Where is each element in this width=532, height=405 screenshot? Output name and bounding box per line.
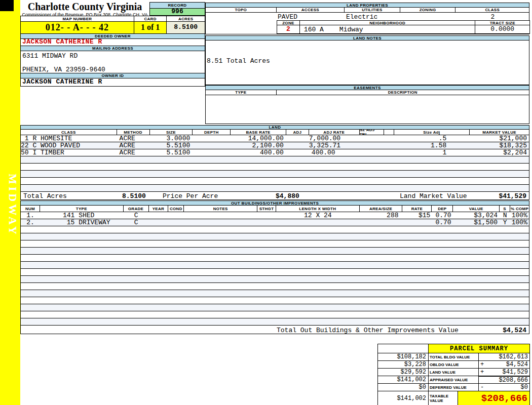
ob-total-label: Total Out Buildings & Other Improvements… [277,327,459,334]
map-card-acres: MAP NUMBER CARD ACRES 012- - A- - - 42 1… [20,16,205,34]
tract-size-label: TRACT SIZE [475,21,529,25]
col-topo: TOPO [206,8,277,12]
ob-col-grade: GRADE [124,206,149,212]
mailing-address-box: 6311 MIDWAY RD PHENIX, VA 23959-9640 [20,51,205,73]
address-line1: 6311 MIDWAY RD [22,52,78,60]
col-class: CLASS [455,8,529,12]
ob-col-area-size: AREA/SIZE [360,206,403,212]
out-buildings-title: OUT BUILDINGS/OTHER IMPROVEMENTS [20,200,529,206]
acres-label: ACRES [167,16,205,21]
utilities-value: Electric [346,13,377,21]
land-empty-rows [20,156,529,192]
neighborhood-label: NEIGHBORHOOD [300,21,476,25]
land-col-depth: DEPTH [193,130,231,135]
land-col-adj-rate: ADJ RATE [309,130,360,135]
ob-col-num: NUM [21,206,40,212]
land-col-base-rate: BASE RATE [231,130,286,135]
total-acres-value: 8.5100 [122,192,146,200]
easements-title: EASEMENTS [205,85,529,90]
taxable-label: TAXABLE VALUE [429,391,458,405]
zone-label: ZONE [277,21,300,25]
total-acres-label: Total Acres [23,192,67,200]
out-buildings-empty-rows [20,226,529,326]
zone-subtable: ZONE NEIGHBORHOOD TRACT SIZE 2 160 A Mid… [277,20,530,34]
taxable-left-value: $141,002 [378,391,429,405]
ob-col-type: TYPE [40,206,124,212]
land-properties-title: LAND PROPERTIES [205,3,529,8]
owner-id-value: JACKSON CATHERINE R [20,78,205,87]
land-row: 50 I TIMBER ACRE 5.5100 400.00 400.00 1 … [20,149,529,156]
col-utilities: UTILITIES [345,8,400,12]
out-buildings-total-row: Total Out Buildings & Other Improvements… [20,326,529,334]
land-title: LAND [20,125,529,130]
op-sign: + [480,369,484,376]
summary-row: $0 DEFERRED VALUE - $0 [378,384,530,391]
price-per-acre-value: $4,880 [276,192,299,200]
easement-col-description: DESCRIPTION [277,90,529,95]
summary-row: $3,228 OBLDG VALUE + $4,524 [378,361,530,369]
card-value: 1 of 1 [134,22,167,33]
land-col-sz-adj-tbl: SZ ADJ TBL [360,130,384,135]
land-col-size: SIZE [150,130,193,135]
map-number-value: 012- - A- - - 42 [21,22,134,33]
mailing-address-label: MAILING ADDRESS [20,46,205,51]
land-row: 22 C WOOD PAVED ACRE 5.5100 2,100.00 3,3… [20,142,529,149]
easements: EASEMENTS TYPE DESCRIPTION [205,85,529,124]
zone-value: 2 [277,25,300,33]
ob-col-year: YEAR [149,206,169,212]
ob-col-notes: NOTES [184,206,257,212]
taxable-value: $208,666 [458,391,530,405]
ob-col-value: VALUE [453,206,500,212]
land-col-blank [384,130,394,135]
class-value: 2 [456,13,529,21]
easement-col-type: TYPE [206,90,277,95]
col-access: ACCESS [277,8,345,12]
out-buildings-section: OUT BUILDINGS/OTHER IMPROVEMENTS NUM TYP… [20,200,529,334]
parcel-summary-title: PARCEL SUMMARY [429,344,530,353]
summary-taxable-row: $141,002 TAXABLE VALUE $208,666 [378,391,530,405]
col-zoning: ZONING [400,8,456,12]
land-market-value: $41,529 [499,192,526,200]
out-building-row: 2. 15 DRIVEWAY C 0.70 $1,500 Y 100% [20,219,529,226]
zone-code-value: 160 A [304,26,324,33]
parcel-summary: PARCEL SUMMARY $108,182 TOTAL BLDG VALUE… [377,344,530,405]
land-section: LAND CLASS METHOD SIZE DEPTH BASE RATE A… [20,125,529,200]
tract-size-value: 0.0000 [475,25,529,33]
land-col-adj: ADJ [286,130,309,135]
summary-empty-cell [378,344,429,353]
property-record-card: { "colors":{"accent_yellow":"#ffff00","h… [0,0,532,405]
ob-col-cond: COND [168,206,184,212]
summary-row: $108,182 TOTAL BLDG VALUE $162,613 [378,353,530,361]
owner-block: DEEDED OWNER JACKSON CATHERINE R MAILING… [20,34,205,87]
summary-row: $141,002 APPRAISED VALUE $208,666 [378,376,530,384]
easements-empty [205,95,529,124]
county-title: Charlotte County Virginia [20,1,149,13]
card-label: CARD [134,16,167,21]
corner-notch [0,0,14,11]
ob-col-rate: RATE [402,206,432,212]
summary-row: $29,592 LAND VALUE + $41,529 [378,369,530,376]
access-value: PAVED [278,13,297,21]
ob-col-sthgt: STHGT [257,206,276,212]
out-building-row: 1. 141 SHED C 12 X 24 288 $15 0.70 $3,02… [20,212,529,219]
land-col-class: CLASS [21,130,117,135]
land-notes: LAND NOTES 8.51 Total Acres [205,35,529,85]
land-market-value-label: Land Market Value [400,192,467,200]
land-totals-row: Total Acres 8.5100 Price Per Acre $4,880… [20,192,529,200]
address-line2: PHENIX, VA 23959-9640 [22,66,105,73]
record-box: RECORD 996 [149,2,205,16]
acres-value: 8.5100 [167,22,205,33]
land-col-size-adj: Size Adj [394,130,470,135]
land-col-method: METHOD [117,130,150,135]
ob-total-value: $4,524 [503,327,526,334]
land-row: 1 R HOMESITE ACRE 3.0000 14,000.00 7,000… [20,135,529,142]
price-per-acre-label: Price Per Acre [163,192,218,200]
ob-col-length-width: LENGTH X WIDTH [276,206,360,212]
map-number-label: MAP NUMBER [21,16,134,21]
land-col-market-value: MARKET VALUE [470,130,529,135]
neighborhood-vertical-label: MIDWAY [1,170,19,240]
land-notes-text: 8.51 Total Acres [207,57,270,65]
op-sign: - [480,384,484,391]
ob-col-s: S [500,206,510,212]
deeded-owner-value: JACKSON CATHERINE R [20,39,205,46]
